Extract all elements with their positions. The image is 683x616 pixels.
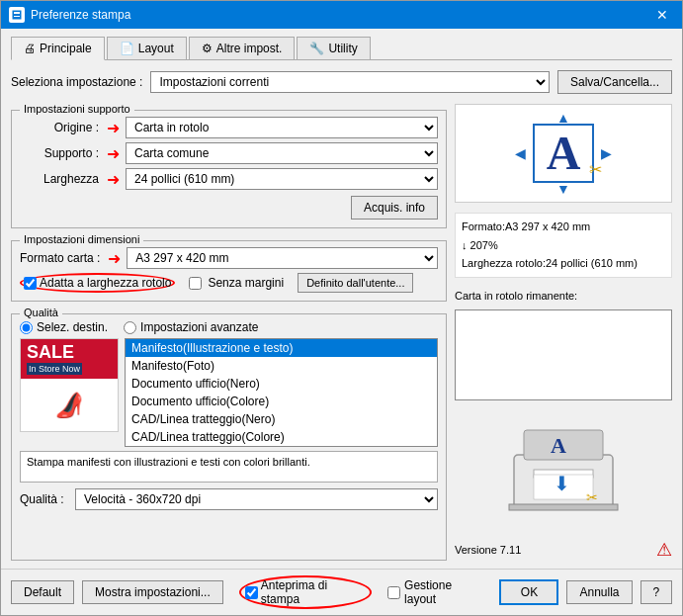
titlebar: Preferenze stampa ✕ [1,1,682,29]
gestione-label: Gestione layout [404,578,483,606]
default-button[interactable]: Default [11,580,74,604]
qualita-select-label: Qualità : [20,492,69,506]
arrow-right-icon: ▶ [601,145,612,161]
window-title: Preferenze stampa [31,8,130,22]
list-item[interactable]: Documento ufficio(Colore) [126,393,437,410]
qualita-radio-row: Selez. destin. Impostazioni avanzate [20,320,438,334]
radio-selez-label[interactable]: Selez. destin. [20,320,108,334]
sample-image: SALE In Store Now 👠 [20,338,119,432]
arrow-down-icon: ▼ [556,181,570,197]
radio-avanzate[interactable] [124,321,136,334]
sample-img-top: SALE In Store Now [21,339,118,379]
scissors-icon: ✂ [589,160,602,179]
tab-principale-label: Principale [40,42,92,55]
list-item[interactable]: Manifesto(Illustrazione e testo) [126,339,437,357]
svg-rect-2 [14,16,20,17]
ok-button[interactable]: OK [499,579,558,605]
svg-text:✂: ✂ [586,489,598,505]
description-box: Stampa manifesti con illustrazioni e tes… [20,451,438,483]
definito-button[interactable]: Definito dall'utente... [298,273,413,293]
main-body: Impostazioni supporto Origine : ➜ Carta … [11,104,672,561]
larghezza-select[interactable]: 24 pollici (610 mm) [126,168,438,190]
senza-label: Senza margini [208,276,284,290]
mostra-button[interactable]: Mostra impostazioni... [82,580,223,604]
tab-layout-icon: 📄 [120,42,134,55]
format-line3: Larghezza rotolo:24 pollici (610 mm) [462,254,665,273]
carta-input[interactable] [455,309,672,400]
app-icon [9,7,25,23]
tab-utility[interactable]: 🔧 Utility [297,37,370,59]
store-now-text: In Store Now [27,363,82,375]
tab-altre-label: Altre impost. [216,42,283,55]
supporto-label: Supporto : [20,146,99,160]
radio-selez[interactable] [20,321,33,334]
qual-list[interactable]: Manifesto(Illustrazione e testo) Manifes… [125,338,438,447]
qualita-group-label: Qualità [20,307,62,318]
arrow-annotation-2: ➜ [107,144,120,163]
formato-row: Formato carta : ➜ A3 297 x 420 mm [20,247,438,269]
supporto-select[interactable]: Carta comune [126,142,438,164]
tab-bar: 🖨 Principale 📄 Layout ⚙ Altre impost. 🔧 … [11,37,672,60]
version-label: Versione 7.11 [455,544,521,556]
salva-cancella-button[interactable]: Salva/Cancella... [557,70,672,94]
svg-text:⬇: ⬇ [554,473,570,494]
impostazioni-dimensioni-label: Impostazioni dimensioni [20,233,143,245]
format-line2: ↓ 207% [462,236,665,255]
gestione-checkbox[interactable] [387,586,400,599]
tab-utility-label: Utility [328,42,357,55]
arrow-up-icon: ▲ [556,110,570,126]
anteprima-checkbox[interactable] [245,586,258,599]
larghezza-row: Larghezza ➜ 24 pollici (610 mm) [20,168,438,190]
bottom-bar: Default Mostra impostazioni... Anteprima… [1,569,682,615]
formato-select[interactable]: A3 297 x 420 mm [127,247,438,269]
tab-altre[interactable]: ⚙ Altre impost. [189,37,296,59]
tab-principale-icon: 🖨 [24,42,36,55]
origine-label: Origine : [20,121,99,134]
svg-text:A: A [551,433,566,458]
impostazione-select[interactable]: Impostazioni correnti [150,71,550,93]
arrow-annotation-1: ➜ [107,119,120,137]
list-item[interactable]: CAD/Linea tratteggio(Colore) [126,428,437,446]
select-row: Seleziona impostazione : Impostazioni co… [11,70,672,94]
adatta-checkbox[interactable] [24,277,37,290]
adatta-row: Adatta a larghezza rotolo Senza margini … [20,273,438,293]
version-row: Versione 7.11 ⚠ [455,539,672,561]
list-item[interactable]: Manifesto(Foto) [126,357,437,375]
impostazioni-dimensioni-group: Impostazioni dimensioni Formato carta : … [11,240,447,302]
qualita-group: Qualità Selez. destin. Impostazioni avan… [11,313,447,561]
sale-text: SALE [27,343,112,361]
letter-a-box: A ✂ [533,124,595,183]
list-item[interactable]: Documento ufficio(Nero) [126,375,437,393]
titlebar-left: Preferenze stampa [9,7,130,23]
close-button[interactable]: ✕ [650,5,674,25]
tab-utility-icon: 🔧 [309,42,324,55]
gestione-row: Gestione layout [387,578,483,606]
list-item[interactable]: CAD/Linea tratteggio(Nero) [126,410,437,428]
tab-layout[interactable]: 📄 Layout [107,37,187,59]
svg-rect-1 [14,12,20,14]
impostazioni-supporto-group: Impostazioni supporto Origine : ➜ Carta … [11,110,447,228]
supporto-row: Supporto : ➜ Carta comune [20,142,438,164]
qual-list-container: Manifesto(Illustrazione e testo) Manifes… [125,338,438,447]
carta-label: Carta in rotolo rimanente: [455,290,577,302]
radio-avanzate-text: Impostazioni avanzate [140,320,258,334]
svg-rect-0 [12,10,22,20]
shoe-icon: 👠 [54,392,84,419]
printer-illustration: ⬇ ✂ A [455,410,672,529]
tab-principale[interactable]: 🖨 Principale [11,37,105,60]
qualita-select[interactable]: Velocità - 360x720 dpi [75,488,438,510]
help-button[interactable]: ? [640,580,672,604]
annulla-button[interactable]: Annulla [566,580,632,604]
senza-margini-checkbox[interactable] [189,277,202,290]
acquis-button[interactable]: Acquis. info [351,196,438,220]
arrow-left-icon: ◀ [515,145,526,161]
anteprima-label: Anteprima di stampa [261,578,366,606]
formato-label: Formato carta : [20,251,100,265]
preview-container: ◀ ▶ ▲ ▼ A ✂ [533,124,595,183]
origine-select[interactable]: Carta in rotolo [126,117,438,138]
radio-avanzate-label[interactable]: Impostazioni avanzate [124,320,258,334]
left-panel: Impostazioni supporto Origine : ➜ Carta … [11,104,447,561]
adatta-highlight: Adatta a larghezza rotolo [20,273,175,293]
shoe-area: 👠 [21,379,118,431]
larghezza-label: Larghezza [20,172,99,186]
